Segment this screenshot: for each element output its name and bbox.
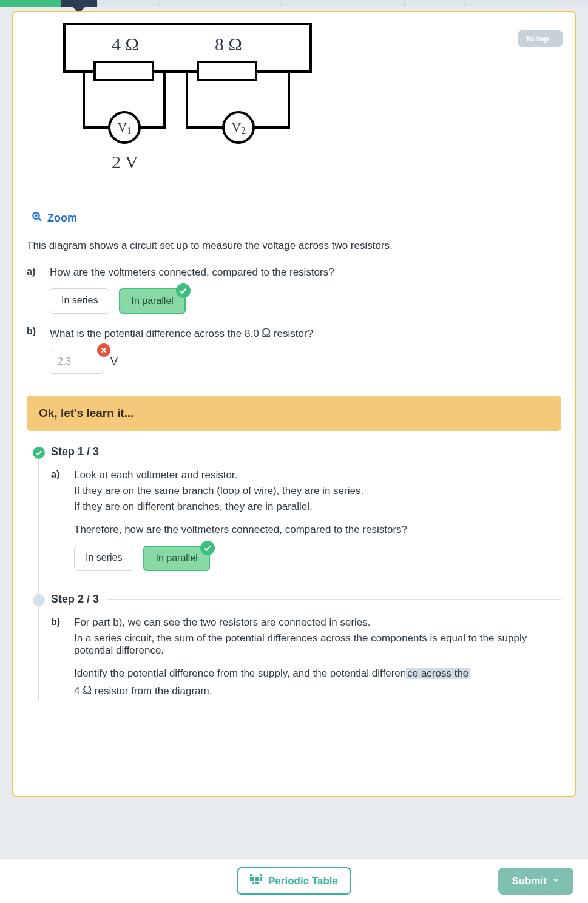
part-b-text: What is the potential difference across … [50,326,561,340]
svg-line-1 [38,218,41,221]
part-b-label: b) [27,326,41,374]
voltmeter-1-reading: 2 V [112,152,138,172]
part-b: b) What is the potential difference acro… [27,326,561,374]
to-top-label: To top [525,34,549,43]
step-1-part-label: a) [51,469,66,571]
zoom-button[interactable]: Zoom [32,211,561,225]
step-1-dot [33,447,45,459]
voltmeter-1: V1 [108,111,141,144]
choice-in-series[interactable]: In series [50,288,109,314]
step-1-title: Step 1 / 3 [51,445,99,458]
check-icon [200,541,215,555]
step1-choice-parallel[interactable]: In parallel [143,546,209,571]
step-2: Step 2 / 3 b) For part b), we can see th… [51,593,561,701]
answer-unit: V [110,356,118,368]
arrow-up-icon: ↑ [552,34,556,43]
question-card: To top ↑ 4 Ω 8 Ω V1 2 V V2 [12,11,576,797]
circuit-diagram: 4 Ω 8 Ω V1 2 V V2 [45,23,312,193]
resistor-1-label: 4 Ω [112,34,139,55]
progress-bar [0,0,588,7]
choice-in-parallel[interactable]: In parallel [119,288,185,314]
part-a-label: a) [27,266,41,314]
cross-icon [97,343,110,357]
zoom-label: Zoom [47,212,77,225]
resistor-2-label: 8 Ω [215,34,242,55]
step-2-title: Step 2 / 3 [51,593,99,606]
step-2-dot [33,594,45,606]
part-a: a) How are the voltmeters connected, com… [27,266,561,314]
step-2-part-label: b) [51,617,66,701]
part-a-text: How are the voltmeters connected, compar… [50,266,561,279]
to-top-button[interactable]: To top ↑ [518,30,563,47]
lets-learn-banner: Ok, let's learn it... [27,396,561,431]
steps-timeline: Step 1 / 3 a) Look at each voltmeter and… [33,445,561,701]
step1-choice-series[interactable]: In series [74,546,133,571]
zoom-in-icon [32,211,42,225]
question-stem: This diagram shows a circuit set up to m… [27,240,561,252]
voltmeter-2: V2 [222,111,255,144]
check-icon [176,283,191,298]
answer-input-b[interactable] [50,350,104,374]
step-1: Step 1 / 3 a) Look at each voltmeter and… [51,445,561,571]
